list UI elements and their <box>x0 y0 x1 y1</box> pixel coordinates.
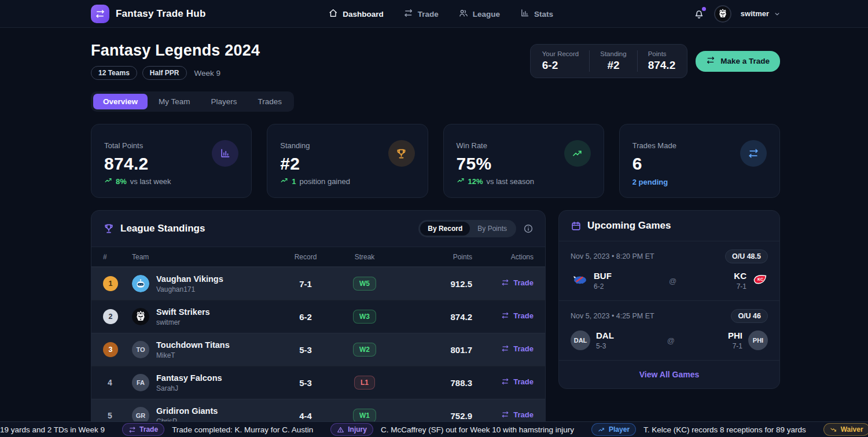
points-value: 874.2 <box>396 312 472 322</box>
notifications-bell-icon[interactable] <box>693 8 705 20</box>
top-navbar: Fantasy Trade Hub Dashboard Trade League… <box>0 0 868 28</box>
standings-table-header: # Team Record Streak Points Actions <box>91 247 545 267</box>
team-name: Gridiron Giants <box>156 406 218 416</box>
team-name: Touchdown Titans <box>156 340 230 350</box>
nav-item-stats[interactable]: Stats <box>520 8 553 20</box>
home-team-record: 7-1 <box>734 282 746 291</box>
trade-button[interactable]: Trade <box>501 344 534 353</box>
streak-badge: L1 <box>354 376 375 390</box>
notification-dot <box>702 7 706 11</box>
stat-card-win-rate: Win Rate 75% 12% vs last season <box>443 124 604 198</box>
toggle-by-points[interactable]: By Points <box>470 222 514 236</box>
brand[interactable]: Fantasy Trade Hub <box>91 5 206 23</box>
your-record-cell: Your Record 6-2 <box>542 50 590 72</box>
user-avatar[interactable] <box>714 5 731 23</box>
chevron-down-icon <box>773 10 781 18</box>
trade-badge: Trade <box>122 423 164 436</box>
swap-arrows-icon <box>403 8 413 20</box>
streak-badge: W3 <box>353 310 376 324</box>
trade-button[interactable]: Trade <box>501 410 534 419</box>
team-owner: MikeT <box>156 351 230 359</box>
waiver-badge: Waiver <box>823 423 868 436</box>
team-avatar <box>132 275 149 292</box>
injury-badge: Injury <box>330 423 373 436</box>
streak-badge: W1 <box>353 409 376 423</box>
table-row: 4 FA Fantasy Falcons SarahJ 5-3 L1 788.3… <box>91 366 545 399</box>
ticker-item: 19 yards and 2 TDs in Week 9 <box>0 425 105 434</box>
nav-item-league[interactable]: League <box>458 8 500 20</box>
teams-badge: 12 Teams <box>91 66 137 80</box>
upcoming-title: Upcoming Games <box>587 220 671 232</box>
column-header-record: Record <box>278 253 333 261</box>
trophy-icon <box>103 223 115 234</box>
team-owner: SarahJ <box>156 384 222 392</box>
stat-card-total-points: Total Points 874.2 8% vs last week <box>91 124 252 198</box>
stat-card-trades-made: Trades Made 6 2 pending <box>619 124 780 198</box>
away-team-abbr: BUF <box>594 271 612 281</box>
news-ticker: 19 yards and 2 TDs in Week 9 Trade Trade… <box>0 421 868 437</box>
user-menu[interactable]: switmer <box>741 9 781 18</box>
game-datetime: Nov 5, 2023 • 4:25 PM ET <box>571 312 654 320</box>
trend-up-icon <box>564 140 591 167</box>
record-value: 5-3 <box>278 345 333 355</box>
team-avatar: TO <box>132 341 149 358</box>
points-cell: Points 874.2 <box>637 50 676 72</box>
make-a-trade-button[interactable]: Make a Trade <box>696 51 780 72</box>
main-nav: Dashboard Trade League Stats <box>328 0 553 28</box>
points-value: 801.7 <box>396 345 472 355</box>
ticker-text: T. Kelce (KC) records 8 receptions for 8… <box>643 425 806 434</box>
rank-badge: 1 <box>103 276 118 291</box>
home-team-abbr: KC <box>734 271 746 281</box>
info-icon[interactable] <box>523 223 534 234</box>
game-datetime: Nov 5, 2023 • 8:20 PM ET <box>571 252 654 260</box>
team-logo-circle: PHI <box>748 330 768 350</box>
bills-logo <box>571 274 588 288</box>
rank-number: 4 <box>103 378 112 387</box>
team-owner: switmer <box>156 318 210 326</box>
rank-number: 5 <box>103 411 112 420</box>
scoring-badge: Half PPR <box>142 66 187 80</box>
over-under-badge: O/U 48.5 <box>725 249 768 263</box>
column-header-streak: Streak <box>333 253 396 261</box>
column-header-rank: # <box>103 253 132 261</box>
home-team-record: 7-1 <box>728 342 742 350</box>
streak-badge: W5 <box>353 277 376 291</box>
trend-up-icon <box>104 176 113 186</box>
streak-badge: W2 <box>353 343 376 357</box>
sort-toggle: By Record By Points <box>418 220 516 237</box>
at-symbol: @ <box>669 277 676 285</box>
trade-button[interactable]: Trade <box>501 377 534 386</box>
tab-overview[interactable]: Overview <box>93 94 148 109</box>
ticker-text: 19 yards and 2 TDs in Week 9 <box>0 425 105 434</box>
nav-item-dashboard[interactable]: Dashboard <box>328 8 384 20</box>
at-symbol: @ <box>667 336 675 345</box>
tab-trades[interactable]: Trades <box>248 94 292 109</box>
toggle-by-record[interactable]: By Record <box>420 222 470 236</box>
team-avatar <box>132 308 149 325</box>
rank-badge: 2 <box>103 309 118 324</box>
tab-players[interactable]: Players <box>201 94 247 109</box>
team-owner: Vaughan171 <box>156 285 223 293</box>
pending-trades-link[interactable]: 2 pending <box>632 178 668 186</box>
column-header-points: Points <box>396 253 472 261</box>
view-all-games-link[interactable]: View All Games <box>559 361 779 388</box>
calendar-icon <box>571 221 582 232</box>
ticker-text: Trade completed: K. Murray for C. Austin <box>172 425 313 434</box>
points-value: 912.5 <box>396 279 472 289</box>
points-value: 752.9 <box>396 411 472 421</box>
table-row: 2 Swift Strikers switmer 6-2 W3 874.2 Tr… <box>91 300 545 333</box>
standings-title: League Standings <box>120 223 205 234</box>
ticker-item: Injury C. McCaffrey (SF) out for Week 10… <box>330 423 574 436</box>
record-value: 6-2 <box>278 312 333 322</box>
swap-arrows-icon <box>740 140 767 167</box>
nav-item-trade[interactable]: Trade <box>403 8 439 20</box>
tab-my-team[interactable]: My Team <box>149 94 200 109</box>
ticker-item: Waiver D. Hopkins claimed off waivers <box>823 423 868 436</box>
standing-cell: Standing #2 <box>589 50 637 72</box>
game-card: Nov 5, 2023 • 4:25 PM ET O/U 46 DAL DAL … <box>559 301 779 361</box>
league-standings-panel: League Standings By Record By Points # T… <box>91 210 546 432</box>
bar-chart-icon <box>520 8 529 20</box>
trade-button[interactable]: Trade <box>501 278 534 287</box>
trade-button[interactable]: Trade <box>501 311 534 320</box>
ticker-text: C. McCaffrey (SF) out for Week 10 with h… <box>381 425 574 434</box>
